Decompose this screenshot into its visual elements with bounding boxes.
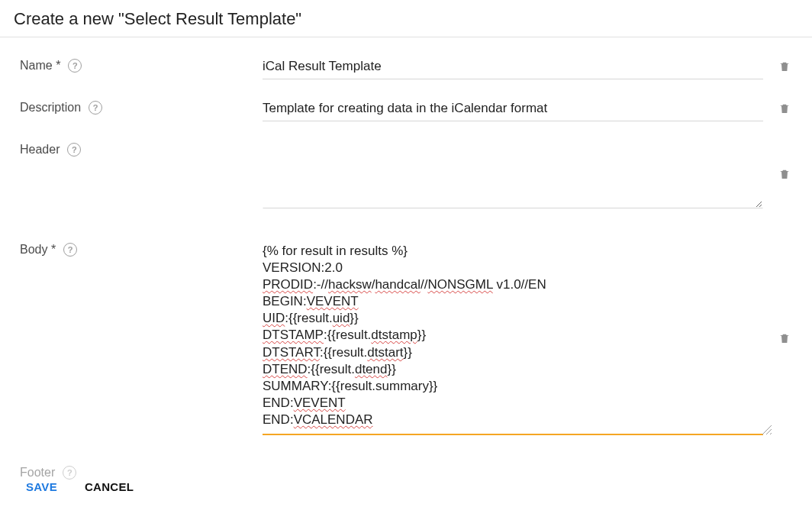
body-text-segment: hacksw (328, 277, 372, 292)
row-name: Name * ? (0, 57, 812, 79)
label-body: Body * (20, 243, 56, 257)
body-text-segment: END: (263, 412, 294, 427)
help-icon[interactable]: ? (89, 101, 102, 115)
body-text-segment: END: (263, 396, 294, 410)
body-text-segment: :{{result. (285, 311, 332, 325)
help-icon[interactable]: ? (63, 466, 76, 480)
header-input[interactable] (263, 141, 763, 208)
resize-handle-icon[interactable] (762, 425, 772, 435)
body-text-segment: :-// (313, 277, 328, 292)
body-text-segment: VEVENT (294, 396, 346, 410)
help-icon[interactable]: ? (67, 143, 81, 157)
row-footer: Footer ? (20, 466, 76, 480)
clear-name[interactable] (772, 57, 797, 73)
body-text-segment: DTSTAMP (263, 328, 324, 342)
form: Name * ? Description ? (0, 37, 812, 435)
label-description: Description (20, 101, 81, 115)
save-button[interactable]: SAVE (26, 480, 57, 493)
body-text-segment: // (420, 277, 427, 292)
body-text-segment: :{{result. (320, 345, 367, 360)
body-text-segment: VEVENT (307, 294, 359, 308)
trash-icon (778, 60, 791, 73)
body-text-segment: :{{result. (308, 362, 355, 376)
label-name: Name * (20, 59, 60, 73)
body-text-segment: handcal (375, 277, 420, 292)
body-text-segment: uid (333, 311, 350, 325)
row-body: Body * ? {% for result in results %} VER… (0, 241, 812, 435)
trash-icon (778, 102, 791, 115)
body-text-segment: }} (350, 311, 358, 325)
body-text-segment: dtstamp (371, 328, 417, 342)
label-col-header: Header ? (20, 141, 263, 157)
body-text-segment: v1.0//EN (493, 277, 546, 292)
field-col-header (263, 141, 772, 211)
body-text-segment: {% for result in (263, 244, 350, 258)
help-icon[interactable]: ? (68, 59, 82, 73)
field-col-name (263, 57, 772, 79)
body-input[interactable]: {% for result in results %} VERSION:2.0 … (263, 241, 763, 435)
label-col-body: Body * ? (20, 241, 263, 257)
description-input[interactable] (263, 99, 763, 121)
label-footer: Footer (20, 466, 55, 480)
body-text-segment: PRODID (263, 277, 313, 292)
body-text-segment: dtend (355, 362, 388, 376)
body-text-segment: VCALENDAR (294, 412, 373, 427)
body-text-segment: DTSTART (263, 345, 320, 360)
clear-description[interactable] (772, 99, 797, 115)
body-text-segment: NONSGML (427, 277, 492, 292)
row-header: Header ? (0, 141, 812, 211)
cancel-button[interactable]: CANCEL (85, 480, 134, 493)
trash-icon (778, 331, 791, 345)
body-text-segment: UID (263, 311, 285, 325)
name-input[interactable] (263, 57, 763, 79)
body-text-segment: DTEND (263, 362, 308, 376)
label-col-description: Description ? (20, 99, 263, 115)
page-header: Create a new "Select Result Template" (0, 0, 812, 37)
field-col-body: {% for result in results %} VERSION:2.0 … (263, 241, 772, 435)
field-col-description (263, 99, 772, 121)
label-header: Header (20, 143, 60, 157)
clear-body[interactable] (772, 241, 797, 345)
page-title: Create a new "Select Result Template" (14, 9, 798, 29)
trash-icon (778, 167, 791, 181)
row-description: Description ? (0, 99, 812, 121)
body-text-segment: BEGIN: (263, 294, 307, 308)
action-bar: SAVE CANCEL (26, 480, 134, 493)
body-text-segment: }} (417, 328, 426, 342)
body-text-segment: dtstart (367, 345, 403, 360)
body-text-segment: %} (388, 244, 408, 258)
clear-header[interactable] (772, 141, 797, 181)
label-col-name: Name * ? (20, 57, 263, 73)
body-text-segment: }} (404, 345, 412, 360)
help-icon[interactable]: ? (63, 243, 77, 257)
body-text-segment: }} (387, 362, 395, 376)
body-text-segment: SUMMARY:{{result.summary}} (263, 379, 437, 393)
body-text-segment: results (350, 244, 388, 258)
body-text-segment: VERSION:2.0 (263, 260, 343, 275)
body-text-segment: :{{result. (324, 328, 371, 342)
